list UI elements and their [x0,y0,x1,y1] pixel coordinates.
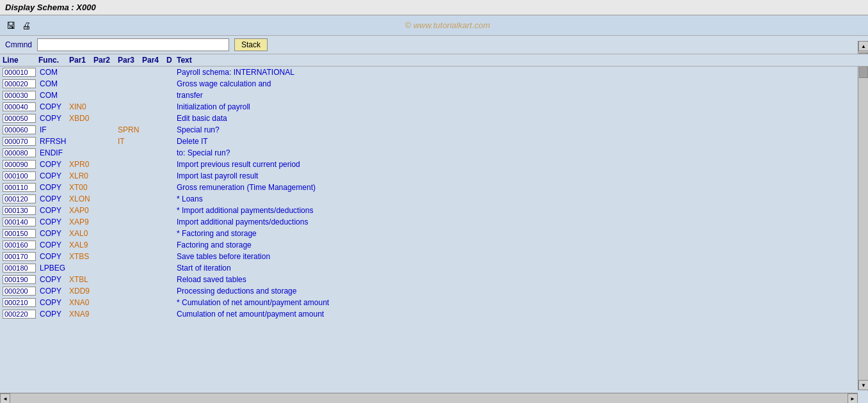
cell-line: 000140 [3,217,36,226]
cell-func: COPY [38,206,69,215]
cell-par1: XPR0 [69,160,93,169]
cell-par1: XTBL [69,275,93,284]
table-row[interactable]: 000080 ENDIF to: Special run? [0,147,868,159]
cell-line: 000080 [3,148,36,157]
page-title: Display Schema : X000 [5,3,96,12]
cell-line: 000160 [3,241,36,249]
cell-line: 000070 [3,137,36,146]
stack-button[interactable]: Stack [234,38,268,51]
cell-line: 000130 [3,206,36,215]
table-row[interactable]: 000020 COM Gross wage calculation and [0,78,868,90]
cell-line: 000150 [3,229,36,238]
table-row[interactable]: 000150 COPY XAL0 * Factoring and storage [0,228,868,239]
table-row[interactable]: 000170 COPY XTBS Save tables before iter… [0,251,868,262]
table-row[interactable]: 000190 COPY XTBL Reload saved tables [0,274,868,285]
header-d: D [166,56,177,65]
cell-par1: XNA0 [69,298,93,307]
table-row[interactable]: 000100 COPY XLR0 Import last payroll res… [0,170,868,182]
cell-par3: IT [118,137,142,146]
cell-text: * Factoring and storage [177,229,865,238]
command-label: Cmmnd [5,40,32,49]
cell-func: LPBEG [38,264,69,273]
cell-text: transfer [177,91,865,100]
table-row[interactable]: 000140 COPY XAP9 Import additional payme… [0,216,868,228]
cell-text: to: Special run? [177,148,865,157]
cell-func: COPY [38,183,69,192]
cell-line: 000180 [3,264,36,273]
bottom-scrollbar[interactable]: ◄ ► [0,393,858,403]
table-row[interactable]: 000210 COPY XNA0 * Cumulation of net amo… [0,297,868,308]
header-par1: Par1 [69,56,93,65]
table-row[interactable]: 000110 COPY XT00 Gross remuneration (Tim… [0,182,868,193]
cell-line: 000060 [3,125,36,134]
table-row[interactable]: 000030 COM transfer [0,90,868,101]
cell-func: COPY [38,287,69,296]
table-row[interactable]: 000070 RFRSH IT Delete IT [0,136,868,147]
cell-text: Delete IT [177,137,865,146]
rows-container: 000010 COM Payroll schema: INTERNATIONAL… [0,67,868,320]
cell-line: 000170 [3,252,36,261]
cell-func: COPY [38,241,69,249]
table-row[interactable]: 000060 IF SPRN Special run? [0,124,868,136]
table-row[interactable]: 000040 COPY XIN0 Initialization of payro… [0,101,868,113]
cell-func: COPY [38,194,69,203]
watermark: © www.tutorialkart.com [32,20,863,30]
cell-par1: XAL0 [69,229,93,238]
cell-text: Start of iteration [177,264,865,273]
cell-text: Initialization of payroll [177,102,865,111]
main-content: Line Func. Par1 Par2 Par3 Par4 D Text 00… [0,54,868,388]
cell-text: Gross remuneration (Time Management) [177,183,865,192]
command-input[interactable] [37,38,229,51]
cell-line: 000010 [3,68,36,77]
right-scrollbar[interactable]: ▲ ▼ [858,41,868,390]
table-row[interactable]: 000180 LPBEG Start of iteration [0,262,868,274]
cell-func: ENDIF [38,148,69,157]
cell-par1: XLON [69,194,93,203]
cell-text: Processing deductions and storage [177,287,865,296]
toolbar: 🖫 🖨 © www.tutorialkart.com [0,15,868,36]
cell-func: COPY [38,252,69,261]
table-row[interactable]: 000220 COPY XNA9 Cumulation of net amoun… [0,308,868,320]
scroll-right-arrow[interactable]: ► [848,393,858,403]
cell-func: COM [38,91,69,100]
scroll-down-arrow[interactable]: ▼ [858,380,868,390]
cell-func: COPY [38,275,69,284]
table-row[interactable]: 000120 COPY XLON * Loans [0,193,868,205]
table-row[interactable]: 000010 COM Payroll schema: INTERNATIONAL [0,67,868,78]
cell-line: 000190 [3,275,36,284]
scroll-left-arrow[interactable]: ◄ [0,393,10,403]
cell-func: COM [38,79,69,88]
cell-text: Edit basic data [177,114,865,123]
cell-text: Gross wage calculation and [177,79,865,88]
main-container: Display Schema : X000 🖫 🖨 © www.tutorial… [0,0,868,403]
table-row[interactable]: 000160 COPY XAL9 Factoring and storage [0,239,868,251]
cell-func: COPY [38,171,69,180]
cell-func: COPY [38,229,69,238]
cell-par1: XAL9 [69,241,93,249]
cell-func: COM [38,68,69,77]
cell-line: 000040 [3,102,36,111]
cell-func: IF [38,125,69,134]
cell-line: 000100 [3,171,36,180]
cell-text: * Import additional payments/deductions [177,206,865,215]
table-row[interactable]: 000050 COPY XBD0 Edit basic data [0,113,868,124]
title-bar: Display Schema : X000 [0,0,868,15]
cell-text: Save tables before iteration [177,252,865,261]
cell-line: 000030 [3,91,36,100]
cell-func: RFRSH [38,137,69,146]
cell-line: 000120 [3,194,36,203]
cell-text: * Loans [177,194,865,203]
save-icon[interactable]: 🖫 [5,20,17,31]
cell-text: Import last payroll result [177,171,865,180]
scroll-up-arrow[interactable]: ▲ [858,41,868,51]
cell-par1: XAP9 [69,217,93,226]
cell-line: 000220 [3,310,36,319]
cell-par1: XDD9 [69,287,93,296]
cell-func: COPY [38,114,69,123]
cell-par1: XIN0 [69,102,93,111]
table-row[interactable]: 000200 COPY XDD9 Processing deductions a… [0,285,868,297]
scroll-track [858,51,868,380]
print-icon[interactable]: 🖨 [20,20,32,31]
table-row[interactable]: 000090 COPY XPR0 Import previous result … [0,159,868,170]
table-row[interactable]: 000130 COPY XAP0 * Import additional pay… [0,205,868,216]
